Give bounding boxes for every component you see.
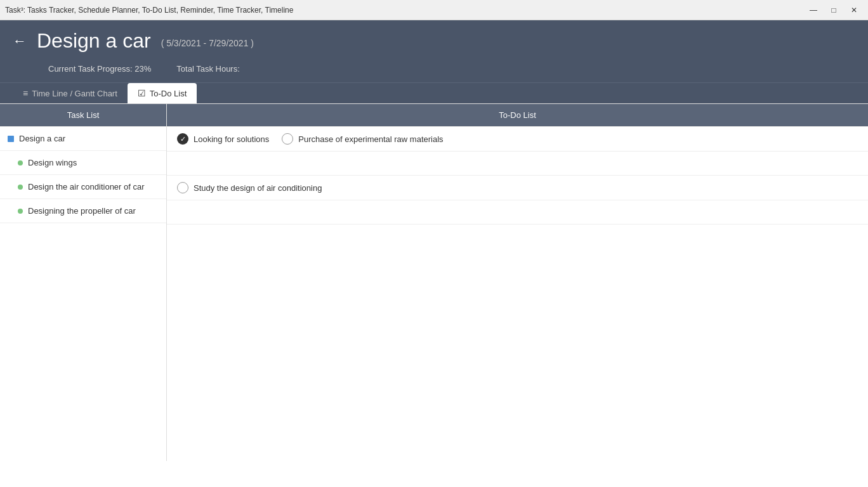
todo-row-empty <box>167 152 868 176</box>
checkbox-empty[interactable] <box>282 133 293 145</box>
todo-list-header: To-Do List <box>167 104 868 127</box>
task-row[interactable]: Design a car <box>0 127 166 151</box>
todo-item[interactable]: Looking for solutions <box>177 133 269 145</box>
todo-item[interactable]: Purchase of experimental raw materials <box>282 133 443 145</box>
back-button[interactable]: ← <box>13 34 27 48</box>
progress-label: Current Task Progress: 23% <box>48 64 151 74</box>
timeline-icon: ≡ <box>23 88 28 98</box>
todo-row: Looking for solutions Purchase of experi… <box>167 127 868 152</box>
hours-label: Total Task Hours: <box>176 64 239 74</box>
tab-todo-label: To-Do List <box>150 89 187 98</box>
task-label: Design the air conditioner of car <box>28 182 145 192</box>
tabs-bar: ≡ Time Line / Gantt Chart ☑ To-Do List <box>0 82 868 103</box>
todo-row: Study the design of air conditioning <box>167 176 868 200</box>
checkbox-empty[interactable] <box>177 182 188 193</box>
todo-icon: ☑ <box>138 88 146 98</box>
close-button[interactable]: ✕ <box>845 4 863 16</box>
task-label: Designing the propeller of car <box>28 206 136 216</box>
task-rows: Design a car Design wings Design the air… <box>0 127 166 223</box>
task-label: Design wings <box>28 158 77 167</box>
header-stats: Current Task Progress: 23% Total Task Ho… <box>13 59 855 76</box>
todo-item[interactable]: Study the design of air conditioning <box>177 182 322 193</box>
title-bar: Task³: Tasks Tracker, Schedule Planner, … <box>0 0 868 20</box>
todo-row-empty <box>167 200 868 224</box>
content-area: Task List Design a car Design wings Desi… <box>0 103 868 461</box>
checkbox-checked[interactable] <box>177 133 188 145</box>
todo-item-label: Purchase of experimental raw materials <box>298 134 443 144</box>
task-list-header: Task List <box>0 104 166 127</box>
tab-timeline-label: Time Line / Gantt Chart <box>32 89 117 98</box>
task-dot-blue <box>8 136 14 142</box>
task-label: Design a car <box>19 134 65 143</box>
title-bar-text: Task³: Tasks Tracker, Schedule Planner, … <box>5 6 293 15</box>
task-row[interactable]: Design the air conditioner of car <box>0 175 166 199</box>
task-dot-green <box>18 185 23 190</box>
task-list-column: Task List Design a car Design wings Desi… <box>0 104 167 461</box>
todo-list-column: To-Do List Looking for solutions Purchas… <box>167 104 868 461</box>
minimize-button[interactable]: — <box>805 4 822 16</box>
task-dot-green <box>18 160 23 166</box>
todo-item-label: Study the design of air conditioning <box>194 183 322 193</box>
header: ← Design a car ( 5/3/2021 - 7/29/2021 ) … <box>0 20 868 82</box>
todo-rows: Looking for solutions Purchase of experi… <box>167 127 868 224</box>
header-top: ← Design a car ( 5/3/2021 - 7/29/2021 ) <box>13 29 855 53</box>
project-dates: ( 5/3/2021 - 7/29/2021 ) <box>161 38 254 48</box>
todo-item-label: Looking for solutions <box>194 134 269 144</box>
tab-timeline[interactable]: ≡ Time Line / Gantt Chart <box>13 83 128 103</box>
title-bar-controls: — □ ✕ <box>805 4 863 16</box>
maximize-button[interactable]: □ <box>825 4 843 16</box>
task-row[interactable]: Designing the propeller of car <box>0 199 166 223</box>
tab-todo[interactable]: ☑ To-Do List <box>128 83 197 103</box>
task-dot-green <box>18 209 23 214</box>
project-title: Design a car <box>37 29 151 53</box>
task-row[interactable]: Design wings <box>0 151 166 175</box>
